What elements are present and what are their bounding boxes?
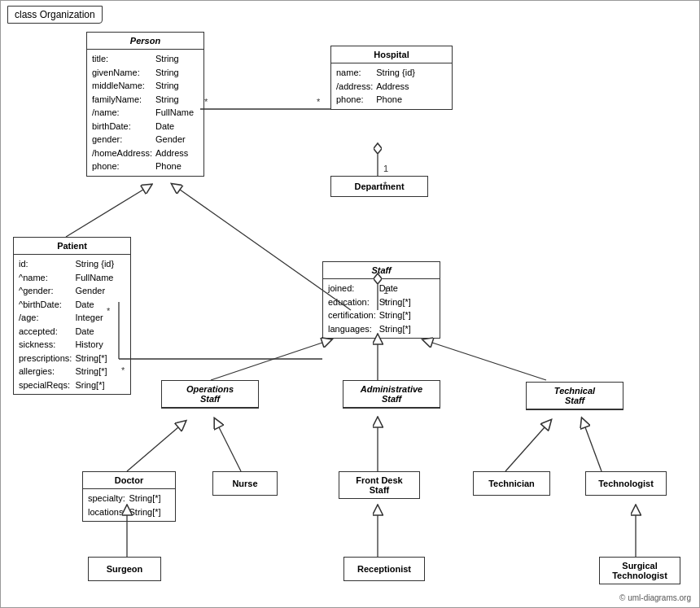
staff-header: Staff [323,262,440,279]
operations-staff-header: OperationsStaff [162,381,258,408]
technical-staff-class: TechnicalStaff [526,382,623,410]
hospital-header: Hospital [331,46,452,63]
department-header: Department [331,177,427,196]
front-desk-staff-header: Front DeskStaff [339,472,419,498]
surgeon-class: Surgeon [88,557,161,581]
doctor-class: Doctor specialty:String[*] locations:Str… [82,471,176,522]
technician-class: Technician [473,471,550,496]
surgical-technologist-class: SurgicalTechnologist [599,557,680,584]
surgeon-header: Surgeon [89,558,160,580]
svg-line-18 [585,427,602,471]
administrative-staff-class: AdministrativeStaff [343,380,440,409]
administrative-staff-header: AdministrativeStaff [343,381,440,408]
patient-class: Patient id:String {id} ^name:FullName ^g… [13,237,131,395]
svg-text:1: 1 [383,164,388,173]
patient-body: id:String {id} ^name:FullName ^gender:Ge… [14,255,130,394]
person-class: Person title:String givenName:String mid… [86,32,204,177]
technologist-header: Technologist [586,472,666,495]
front-desk-staff-class: Front DeskStaff [339,471,420,499]
svg-line-15 [219,427,241,471]
receptionist-class: Receptionist [343,557,425,581]
department-class: Department [330,176,428,197]
surgical-technologist-header: SurgicalTechnologist [600,558,680,584]
technical-staff-header: TechnicalStaff [527,383,623,409]
staff-class: Staff joined:Date education:String[*] ce… [322,261,440,339]
hospital-class: Hospital name:String {id} /address:Addre… [330,46,453,110]
patient-header: Patient [14,238,130,255]
staff-body: joined:Date education:String[*] certific… [323,279,440,338]
copyright: © uml-diagrams.org [619,593,691,602]
doctor-header: Doctor [83,472,175,489]
receptionist-header: Receptionist [344,558,424,580]
svg-line-13 [432,343,546,380]
svg-text:*: * [317,97,321,107]
svg-line-11 [211,343,322,380]
diagram-container: class Organization 1 * [0,0,700,608]
svg-line-17 [505,427,545,471]
svg-line-14 [127,427,178,471]
nurse-class: Nurse [212,471,278,496]
technologist-class: Technologist [585,471,667,496]
nurse-header: Nurse [213,472,277,495]
operations-staff-class: OperationsStaff [161,380,259,409]
person-header: Person [87,33,203,50]
svg-text:*: * [204,97,208,107]
doctor-body: specialty:String[*] locations:String[*] [83,489,175,521]
hospital-body: name:String {id} /address:Address phone:… [331,63,452,109]
technician-header: Technician [474,472,549,495]
diagram-title: class Organization [7,6,103,24]
svg-line-0 [66,190,143,237]
person-body: title:String givenName:String middleName… [87,50,203,176]
